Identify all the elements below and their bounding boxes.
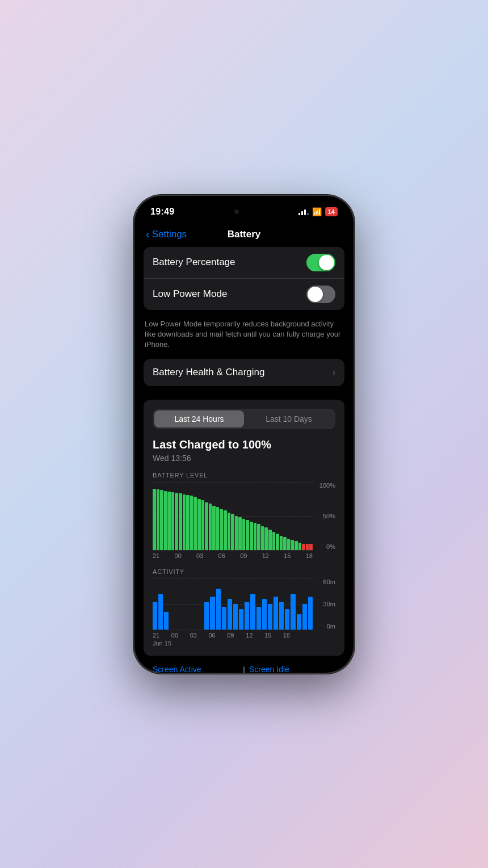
chevron-right-icon: › xyxy=(333,367,335,378)
status-bar: 19:49 📶 14 xyxy=(134,196,354,224)
status-time: 19:49 xyxy=(150,207,174,217)
activity-bars xyxy=(153,578,313,630)
status-icons: 📶 14 xyxy=(298,207,338,216)
tab-last-10-days[interactable]: Last 10 Days xyxy=(244,410,334,427)
back-label: Settings xyxy=(152,229,187,240)
activity-label: ACTIVITY xyxy=(153,568,335,575)
battery-x-labels: 21 00 03 06 09 12 15 18 xyxy=(153,552,335,559)
stat-divider xyxy=(243,666,245,672)
toggle-thumb-2 xyxy=(308,287,323,302)
tab-last-24-hours[interactable]: Last 24 Hours xyxy=(154,410,244,427)
x-label-09: 09 xyxy=(240,552,247,559)
charge-info-title: Last Charged to 100% xyxy=(153,438,335,451)
period-tabs[interactable]: Last 24 Hours Last 10 Days xyxy=(153,409,335,429)
act-x-00: 00 xyxy=(171,632,178,639)
phone-frame: 19:49 📶 14 ‹ Settings Batter xyxy=(133,195,355,674)
low-power-mode-row[interactable]: Low Power Mode xyxy=(144,279,344,310)
battery-bars xyxy=(153,482,313,550)
toggle-thumb xyxy=(319,255,334,270)
x-label-15: 15 xyxy=(284,552,291,559)
battery-health-group: Battery Health & Charging › xyxy=(144,359,344,386)
x-label-03: 03 xyxy=(196,552,203,559)
battery-percentage-label: Battery Percentage xyxy=(153,257,235,268)
battery-percentage-toggle[interactable] xyxy=(306,254,335,271)
act-x-12: 12 xyxy=(246,632,253,639)
x-label-18: 18 xyxy=(306,552,313,559)
signal-icon xyxy=(298,208,309,215)
content-area: Battery Percentage Low Power Mode Low Po… xyxy=(134,247,354,673)
status-dot xyxy=(234,209,239,214)
act-x-03: 03 xyxy=(190,632,197,639)
x-label-00: 00 xyxy=(175,552,182,559)
activity-y-30m: 30m xyxy=(314,601,335,607)
y-label-50: 50% xyxy=(314,513,335,519)
activity-x-labels: 21 00 03 06 09 12 15 18 Jun 15 xyxy=(153,632,335,647)
back-button[interactable]: ‹ Settings xyxy=(146,228,187,241)
charge-info-sub: Wed 13:56 xyxy=(153,454,335,463)
battery-health-row[interactable]: Battery Health & Charging › xyxy=(144,359,344,386)
x-label-12: 12 xyxy=(262,552,269,559)
activity-y-0m: 0m xyxy=(314,623,335,630)
act-x-21: 21 xyxy=(153,632,159,639)
low-power-mode-label: Low Power Mode xyxy=(153,288,227,300)
battery-percentage-row[interactable]: Battery Percentage xyxy=(144,247,344,279)
act-x-15: 15 xyxy=(264,632,271,639)
screen-active-stat: Screen Active 2h 25m xyxy=(153,665,239,672)
date-label: Jun 15 xyxy=(153,639,313,647)
battery-y-labels: 100% 50% 0% xyxy=(314,482,335,550)
activity-y-60m: 60m xyxy=(314,578,335,585)
toggles-group: Battery Percentage Low Power Mode xyxy=(144,247,344,310)
chevron-left-icon: ‹ xyxy=(146,228,150,241)
act-x-18: 18 xyxy=(283,632,290,639)
low-power-mode-toggle[interactable] xyxy=(306,286,335,303)
wifi-icon: 📶 xyxy=(312,207,322,216)
y-label-100: 100% xyxy=(314,482,335,489)
activity-y-labels: 60m 30m 0m xyxy=(314,578,335,630)
screen-idle-stat: Screen Idle 1h 55m xyxy=(249,665,335,672)
page-title: Battery xyxy=(228,229,261,240)
battery-health-label: Battery Health & Charging xyxy=(153,367,265,378)
phone-screen[interactable]: 19:49 📶 14 ‹ Settings Batter xyxy=(134,196,354,673)
nav-bar: ‹ Settings Battery xyxy=(134,224,354,247)
screen-active-label: Screen Active xyxy=(153,665,239,672)
x-label-06: 06 xyxy=(218,552,225,559)
battery-level-chart: 100% 50% 0% xyxy=(153,482,335,550)
chart-section: Last 24 Hours Last 10 Days Last Charged … xyxy=(144,400,344,656)
y-label-0: 0% xyxy=(314,543,335,550)
activity-chart: 60m 30m 0m xyxy=(153,578,335,630)
x-label-21: 21 xyxy=(153,552,159,559)
bottom-stats: Screen Active 2h 25m Screen Idle 1h 55m xyxy=(144,656,344,672)
act-x-09: 09 xyxy=(227,632,234,639)
battery-level-label: BATTERY LEVEL xyxy=(153,472,335,479)
act-x-06: 06 xyxy=(208,632,215,639)
low-power-helper-text: Low Power Mode temporarily reduces backg… xyxy=(144,315,344,359)
screen-idle-label: Screen Idle xyxy=(249,665,335,672)
battery-level-badge: 14 xyxy=(325,207,338,216)
